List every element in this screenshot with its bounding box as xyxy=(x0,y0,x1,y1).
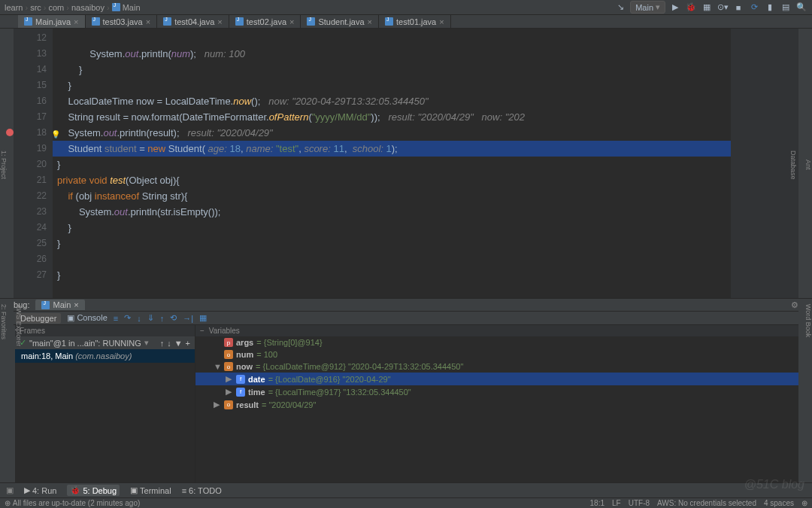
gutter[interactable]: 121314151617 18 192021222324252627 xyxy=(14,29,53,298)
coverage-icon[interactable]: ▦ xyxy=(701,2,713,14)
crumb[interactable]: src xyxy=(30,3,41,12)
java-file-icon xyxy=(385,17,393,26)
terminal-tab[interactable]: ▣Terminal xyxy=(130,485,171,495)
step-out-icon[interactable]: ↑ xyxy=(160,314,165,323)
aws-explorer-tool[interactable]: AWS Explorer xyxy=(15,304,23,482)
code-editor[interactable]: System.out.println(num); num: 100 } } Lo… xyxy=(53,29,731,298)
debug-panel-header: Debug: Main× ⚙ — xyxy=(0,298,812,312)
crumb[interactable]: Main xyxy=(123,3,141,12)
favorites-tool[interactable]: 2: Favorites xyxy=(0,304,8,482)
variable-row[interactable]: ▼o now = {LocalDateTime@912} "2020-04-29… xyxy=(195,360,798,373)
java-file-icon xyxy=(92,17,100,26)
indent[interactable]: 4 spaces xyxy=(764,499,794,507)
aws-status[interactable]: AWS: No credentials selected xyxy=(657,499,756,507)
debugger-subtab[interactable]: Debugger xyxy=(16,313,61,324)
right-tool-strip-lower: Word Book xyxy=(798,301,812,482)
left-tool-strip-bottom: 2: Favorites AWS Explorer xyxy=(0,301,14,482)
crumb[interactable]: nasaiboy xyxy=(71,3,105,12)
tab-test04[interactable]: test04.java× xyxy=(157,15,229,28)
tab-student[interactable]: Student.java× xyxy=(301,15,379,28)
word-book-tool[interactable]: Word Book xyxy=(804,304,812,337)
java-file-icon xyxy=(41,301,50,309)
run-tab[interactable]: ▶4: Run xyxy=(24,485,56,495)
status-bar: ⊕ All files are up-to-date (2 minutes ag… xyxy=(0,497,812,508)
stack-frame[interactable]: main:18, Main (com.nasaiboy) xyxy=(15,349,195,363)
ant-tool[interactable]: Ant xyxy=(804,160,812,170)
left-tool-strip: 1: Project 7: Structure xyxy=(0,29,14,298)
java-file-icon xyxy=(112,3,120,11)
tab-main[interactable]: Main.java× xyxy=(18,15,86,28)
breadcrumb[interactable]: learn› src› com› nasaiboy› Main xyxy=(5,3,141,12)
variable-row[interactable]: o num = 100 xyxy=(195,348,798,360)
vars-title: Variables xyxy=(209,327,240,335)
next-frame-icon[interactable]: ↓ xyxy=(167,339,171,348)
crumb[interactable]: com xyxy=(48,3,64,12)
layout-icon[interactable]: ▤ xyxy=(780,2,792,14)
thread-selector[interactable]: ✓"main"@1 in ...ain": RUNNING▾ ↑ ↓ ▼ + xyxy=(15,336,195,349)
vars-toolbar-icon[interactable]: − xyxy=(200,327,205,335)
todo-tab[interactable]: ≡6: TODO xyxy=(182,486,222,495)
search-icon[interactable]: 🔍 xyxy=(795,2,807,14)
tab-test02[interactable]: test02.java× xyxy=(229,15,301,28)
right-tool-strip: Ant Database xyxy=(798,29,812,298)
tab-test01[interactable]: test01.java× xyxy=(379,15,451,28)
git-icon[interactable]: ▮ xyxy=(764,2,776,14)
debug-session-tab[interactable]: Main× xyxy=(35,300,84,310)
lock-icon[interactable]: ⊕ xyxy=(801,499,807,507)
profiler-icon[interactable]: ⊙▾ xyxy=(717,2,729,14)
debug-toolbar: ⟳ Debugger ▣ Console ≡ ↷ ↓ ⇓ ↑ ⟲ →| ▦ ▦ xyxy=(0,312,812,325)
database-tool[interactable]: Database xyxy=(789,151,797,180)
close-icon[interactable]: × xyxy=(217,17,222,26)
status-message: All files are up-to-date (2 minutes ago) xyxy=(13,499,141,507)
java-file-icon xyxy=(163,17,171,26)
gear-icon[interactable]: ⚙ xyxy=(791,300,798,310)
editor-tabs: Main.java× test03.java× test04.java× tes… xyxy=(0,15,812,29)
console-subtab[interactable]: ▣ Console xyxy=(67,313,107,323)
bottom-tool-tabs: ▣ ▶4: Run 🐞5: Debug ▣Terminal ≡6: TODO xyxy=(0,482,812,497)
stop-icon[interactable]: ■ xyxy=(732,2,744,14)
step-over-icon[interactable]: ↷ xyxy=(124,313,131,323)
close-icon[interactable]: × xyxy=(289,17,294,26)
frames-panel: Frames ✓"main"@1 in ...ain": RUNNING▾ ↑ … xyxy=(15,325,195,489)
variable-row[interactable]: ▶o result = "2020/04/29" xyxy=(195,398,798,411)
minimap[interactable] xyxy=(731,29,798,298)
run-config-dropdown[interactable]: Main▾ xyxy=(630,1,665,14)
java-file-icon xyxy=(307,17,315,26)
java-file-icon xyxy=(24,17,32,26)
debug-tab[interactable]: 🐞5: Debug xyxy=(67,485,120,496)
run-icon[interactable]: ▶ xyxy=(669,2,681,14)
top-toolbar: learn› src› com› nasaiboy› Main ↘ Main▾ … xyxy=(0,0,812,15)
tab-test03[interactable]: test03.java× xyxy=(86,15,158,28)
prev-frame-icon[interactable]: ↑ xyxy=(160,339,165,348)
encoding[interactable]: UTF-8 xyxy=(629,499,650,507)
caret-position[interactable]: 18:1 xyxy=(590,499,604,507)
toggle-panels-icon[interactable]: ▣ xyxy=(6,485,14,495)
run-to-cursor-icon[interactable]: →| xyxy=(183,314,193,323)
drop-frame-icon[interactable]: ⟲ xyxy=(170,313,177,323)
variables-panel: −Variables p args = {String[0]@914}o num… xyxy=(195,325,798,489)
hammer-build-icon[interactable]: ↘ xyxy=(614,2,626,14)
step-into-icon[interactable]: ↓ xyxy=(137,314,141,323)
java-file-icon xyxy=(235,17,244,26)
crumb[interactable]: learn xyxy=(5,3,23,12)
close-icon[interactable]: × xyxy=(74,17,78,26)
close-icon[interactable]: × xyxy=(146,17,150,26)
close-icon[interactable]: × xyxy=(368,17,372,26)
project-tool[interactable]: 1: Project xyxy=(0,151,8,179)
frames-title: Frames xyxy=(15,325,195,336)
git-update-icon[interactable]: ⟳ xyxy=(748,2,760,14)
line-separator[interactable]: LF xyxy=(612,499,621,507)
filter-icon[interactable]: ▼ xyxy=(174,339,183,348)
variable-row[interactable]: ▶f date = {LocalDate@916} "2020-04-29" xyxy=(195,373,798,385)
add-icon[interactable]: + xyxy=(186,339,190,348)
variable-row[interactable]: p args = {String[0]@914} xyxy=(195,336,798,348)
close-icon[interactable]: × xyxy=(74,300,78,309)
close-icon[interactable]: × xyxy=(439,17,444,26)
evaluate-icon[interactable]: ▦ xyxy=(199,313,207,323)
step-filter-icon[interactable]: ≡ xyxy=(114,314,118,323)
force-step-into-icon[interactable]: ⇓ xyxy=(147,313,154,323)
debug-icon[interactable]: 🐞 xyxy=(685,2,697,14)
variable-row[interactable]: ▶f time = {LocalTime@917} "13:32:05.3444… xyxy=(195,385,798,398)
